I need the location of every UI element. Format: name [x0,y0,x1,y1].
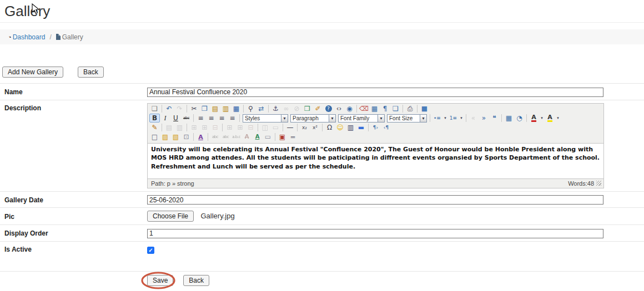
abbreviation-button[interactable]: abc [220,132,231,141]
dropdown-arrow-icon[interactable]: ▾ [555,114,561,122]
horizontal-rule-button[interactable]: — [285,123,295,132]
show-blocks-button[interactable]: ¶ [380,104,390,113]
blockquote-icon: ❝ [492,115,496,121]
insert-col-after-button[interactable]: ⊞ [235,123,245,132]
subscript-button[interactable]: x₂ [299,123,310,132]
highlight-color-button[interactable]: A [545,114,555,122]
dropdown-arrow-icon[interactable]: ▾ [459,114,464,122]
blockquote-button[interactable]: ❝ [489,114,500,122]
back-button-bottom[interactable]: Back [183,275,209,286]
name-input[interactable] [147,88,603,97]
insert-table-button[interactable]: ▦ [369,104,380,113]
table-cell-properties-button[interactable]: ▥ [174,123,185,132]
split-cells-icon: ◫ [262,124,268,131]
bold-button[interactable]: B [149,114,160,122]
underline-button[interactable]: U [170,114,181,122]
align-left-button[interactable]: ≡ [195,114,206,122]
bring-forward-button[interactable]: ▨ [160,132,170,141]
remove-format-button[interactable]: ⌫ [359,104,369,113]
copy-button[interactable]: ❐ [199,104,210,113]
add-new-gallery-button[interactable]: Add New Gallery [2,67,63,78]
insert-row-after-button[interactable]: ⊞ [199,123,210,132]
insert-edit-table-button[interactable]: ✎ [149,123,160,132]
deleted-text-button[interactable]: A [242,132,252,141]
breadcrumb-dashboard-link[interactable]: ◔ Dashboard [8,33,45,41]
align-center-button[interactable]: ≡ [206,114,217,122]
find-replace-button[interactable]: ⇄ [256,104,266,113]
cut-button[interactable]: ✂ [189,104,199,113]
preview-button[interactable]: ◉ [344,104,355,113]
align-justify-button[interactable]: ≡ [227,114,238,122]
special-character-button[interactable]: Ω [324,123,335,132]
send-backward-icon: ▧ [173,134,179,140]
delete-row-button[interactable]: ⊟ [210,123,220,132]
emoticons-button[interactable]: ☺ [335,123,345,132]
insert-layer-button[interactable]: □ [149,132,160,141]
link-button[interactable]: ∞ [281,104,291,113]
bullet-list-button[interactable]: •≡ [432,114,442,122]
citation-button[interactable]: abc [210,132,220,141]
numbered-list-button[interactable]: 1≡ [448,114,459,122]
merge-cells-button[interactable]: ▭ [270,123,281,132]
insert-date-button[interactable]: ▦ [504,114,514,122]
link-icon: ∞ [284,105,289,112]
cleanup-code-button[interactable]: ✐ [313,104,323,113]
page-break-button[interactable]: = [288,132,298,141]
superscript-button[interactable]: x² [310,123,320,132]
is-active-checkbox[interactable]: ✓ [147,247,154,254]
resize-grip-icon[interactable] [596,181,601,186]
editor-content[interactable]: University will be celebrating its Annua… [148,143,603,178]
insert-image-button[interactable]: ❒ [302,104,313,113]
paste-as-text-button[interactable]: ▥ [220,104,231,113]
insert-time-button[interactable]: ◔ [514,114,525,122]
insert-col-before-button[interactable]: ⊞ [224,123,235,132]
send-backward-button[interactable]: ▧ [170,132,181,141]
back-button-top[interactable]: Back [78,67,104,78]
split-cells-button[interactable]: ◫ [260,123,270,132]
insert-row-before-button[interactable]: ⊞ [189,123,199,132]
redo-button[interactable]: ↷ [174,104,185,113]
insert-media-button[interactable]: ▥ [345,123,356,132]
flash-button[interactable]: ▬ [356,123,366,132]
paste-button[interactable]: ▤ [210,104,220,113]
toolbar-separator [162,124,162,131]
paste-from-word-button[interactable]: ▦ [231,104,242,113]
delete-col-button[interactable]: ⊟ [245,123,256,132]
find-button[interactable]: ⚲ [245,104,256,113]
print-button[interactable]: ⎙ [405,104,415,113]
font-color-button[interactable]: A [529,114,539,122]
save-button[interactable]: Save [147,275,173,286]
new-document-button[interactable]: ❏ [149,104,160,113]
edit-html-button[interactable]: ‹› [334,104,344,113]
font-family-select[interactable]: Font Family▾ [338,114,385,122]
absolute-position-button[interactable]: ⊡ [181,132,192,141]
undo-button[interactable]: ↶ [164,104,174,113]
rtl-paragraph-button[interactable]: ‹¶ [381,123,391,132]
acronym-button[interactable]: a.b.c [231,132,242,141]
dropdown-arrow-icon[interactable]: ▾ [539,114,545,122]
nonbreaking-space-button[interactable]: ▣ [277,132,288,141]
anchor-button[interactable]: ⚓ [270,104,281,113]
fullscreen-button[interactable]: ■ [419,104,430,113]
insert-attributes-button[interactable]: ▭ [263,132,273,141]
inserted-text-button[interactable]: A [252,132,263,141]
help-button[interactable]: ? [323,104,334,113]
styles-select[interactable]: Styles▾ [243,114,288,122]
outdent-button[interactable]: « [468,114,479,122]
italic-icon: I [164,115,167,121]
indent-button[interactable]: » [479,114,489,122]
dropdown-arrow-icon[interactable]: ▾ [442,114,448,122]
align-right-button[interactable]: ≡ [217,114,227,122]
edit-css-style-button[interactable]: A [195,132,206,141]
display-order-input[interactable] [147,229,603,238]
ltr-paragraph-button[interactable]: ¶› [370,123,381,132]
font-size-select[interactable]: Font Size▾ [387,114,427,122]
table-row-properties-button[interactable]: ▤ [164,123,174,132]
unlink-button[interactable]: ⊘ [291,104,302,113]
gallery-date-input[interactable] [147,195,603,205]
choose-file-button[interactable]: Choose File [147,211,194,222]
italic-button[interactable]: I [160,114,170,122]
page-preview-button[interactable]: ❏ [390,104,401,113]
paragraph-select[interactable]: Paragraph▾ [290,114,336,122]
strikethrough-button[interactable]: abc [181,114,192,122]
